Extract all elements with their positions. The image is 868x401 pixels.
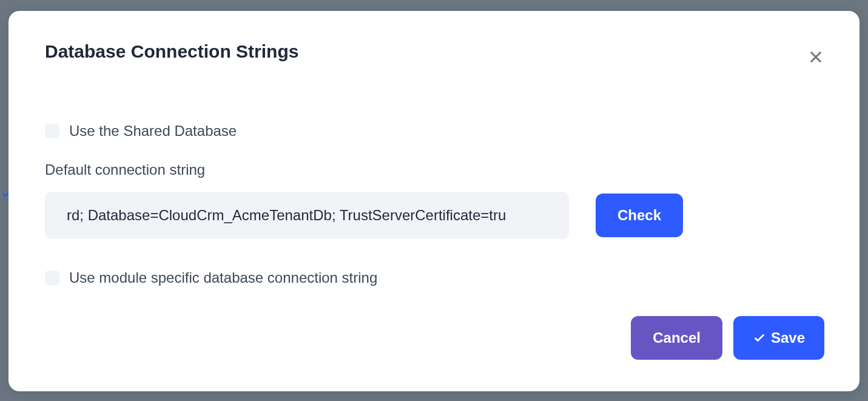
connection-strings-modal: Database Connection Strings Use the Shar…	[8, 11, 860, 391]
use-module-specific-row: Use module specific database connection …	[45, 269, 823, 286]
default-connection-string-label: Default connection string	[45, 161, 823, 178]
save-button-label: Save	[771, 329, 805, 346]
check-button[interactable]: Check	[596, 194, 683, 237]
use-shared-database-row: Use the Shared Database	[45, 123, 823, 140]
save-button[interactable]: Save	[733, 316, 824, 360]
modal-backdrop: Database Connection Strings Use the Shar…	[0, 0, 868, 401]
modal-footer: Cancel Save	[631, 316, 824, 360]
connection-string-input-row: Check	[45, 192, 823, 239]
close-button[interactable]	[805, 46, 827, 68]
close-icon	[807, 49, 824, 66]
default-connection-string-input[interactable]	[45, 192, 569, 239]
check-icon	[753, 331, 766, 345]
use-shared-database-label[interactable]: Use the Shared Database	[69, 123, 237, 140]
use-module-specific-label[interactable]: Use module specific database connection …	[69, 269, 377, 286]
cancel-button[interactable]: Cancel	[631, 316, 722, 360]
use-shared-database-checkbox[interactable]	[45, 124, 59, 138]
modal-title: Database Connection Strings	[45, 41, 823, 62]
use-module-specific-checkbox[interactable]	[45, 271, 59, 285]
